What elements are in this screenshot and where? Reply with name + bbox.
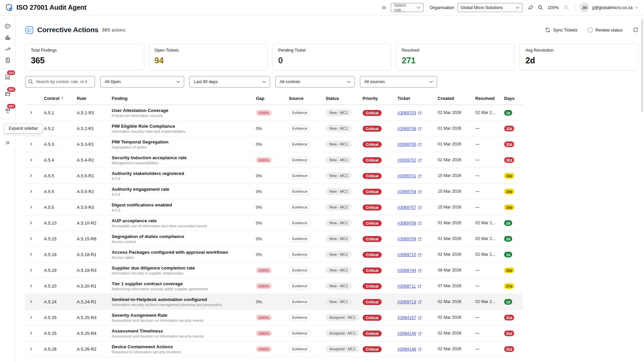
expand-row-icon[interactable] [29,347,33,351]
search-input[interactable] [25,76,95,87]
table-row[interactable]: A.5.26 A.5.26-R2 Device Containment Acti… [25,341,523,357]
column-header-resolved[interactable]: Resolved [475,96,504,101]
sidebar-item-bar-chart[interactable] [0,32,15,43]
column-header-source[interactable]: Source [289,96,326,101]
external-link-icon [418,237,422,241]
sidebar-nav: 113302197 [0,20,15,122]
table-row[interactable]: A.5.1 A.5.1-R3 User Attestation Coverage… [25,105,523,121]
sidebar-item-folder[interactable]: 302 [0,88,15,99]
ticket-link[interactable]: #3069708 [397,221,422,226]
expand-row-icon[interactable] [29,284,33,288]
table-row[interactable]: A.5.25 A.5.25-R4 Assessment Timeliness A… [25,325,523,341]
table-row[interactable]: A.5.25 A.5.25-R3 Severity Assignment Rat… [25,310,523,325]
expand-row-icon[interactable] [29,268,33,272]
sidebar-item-chat[interactable] [0,20,15,32]
priority-badge: Critical [363,189,382,195]
table-row[interactable]: A.5.15 A.5.15-R6 Segregation of duties c… [25,231,523,247]
ticket-link[interactable]: #3069705 [397,142,422,147]
ticket-link[interactable]: #3069713 [397,300,422,304]
sidebar-item-scale[interactable]: 197 [0,105,15,116]
status-badge: New - MC1 [326,298,352,305]
ticket-number: #3069744 [397,268,416,273]
clipboard-icon [4,57,11,64]
ticket-link[interactable]: #3069702 [397,158,422,163]
stats-row: Total Findings 365 Open Tickets 94 Pendi… [25,44,639,70]
row-rule: A.5.25-R3 [77,315,112,320]
external-link-icon [418,206,422,209]
expand-row-icon[interactable] [29,111,33,115]
review-status-toggle[interactable]: Review status [588,27,623,33]
expand-row-icon[interactable] [29,221,33,225]
expand-row-icon[interactable] [29,237,33,241]
expand-sidebar-button[interactable] [0,137,15,148]
table-row[interactable]: A.5.5 A.5.5-R2 Authority engagement rate… [25,184,523,199]
external-link-icon [418,127,422,131]
table-row[interactable]: A.5.24 A.5.24-R1 Sentinel-to-Helpdesk au… [25,294,523,310]
expand-row-icon[interactable] [29,158,33,162]
refresh-button[interactable] [633,27,639,33]
ticket-link[interactable]: #3069704 [397,189,422,194]
filter-select-all-open[interactable]: All Open [100,76,184,87]
expand-row-icon[interactable] [29,205,33,209]
scrollbar-thumb[interactable] [641,19,643,112]
column-header-days[interactable]: Days [504,96,523,101]
filter-select-last-90-days[interactable]: Last 90 days [190,76,270,87]
filter-select-all-sources[interactable]: All sources [360,76,437,87]
expand-row-icon[interactable] [29,142,33,146]
table-row[interactable]: A.5.5 A.5.5-R1 Authority stakeholders re… [25,168,523,184]
ticket-number: #3069709 [397,237,416,241]
days-badge: 26d [504,267,514,273]
table-row[interactable]: A.5.3 A.5.3-R1 PIM Temporal Segregation … [25,136,523,152]
table-row[interactable]: A.5.2 A.5.2-R1 PIM Eligible Role Complia… [25,121,523,136]
user-menu[interactable]: JM jj@globalmicro.co.za [580,3,638,12]
expand-row-icon[interactable] [29,174,33,178]
sync-tickets-button[interactable]: Sync Tickets [545,27,578,33]
external-link-icon [418,253,422,257]
sidebar-item-document-search[interactable]: 113 [0,71,15,82]
column-header-priority[interactable]: Priority [363,96,397,101]
ticket-link[interactable]: #3069709 [397,237,422,241]
table-row[interactable]: A.5.5 A.5.5-R3 Digest notifications enab… [25,199,523,215]
expand-row-icon[interactable] [29,189,33,193]
pin-icon[interactable] [527,4,534,11]
table-row[interactable]: A.5.18 A.5.18-R1 Access Packages configu… [25,247,523,262]
ticket-link[interactable]: #3069711 [397,284,421,289]
column-header-status[interactable]: Status [326,96,363,101]
ticket-link[interactable]: #3064149 [397,331,422,336]
sidebar-item-clipboard[interactable] [0,55,15,66]
ticket-link[interactable]: #3069744 [397,268,422,273]
ticket-link[interactable]: #3069701 [397,174,422,178]
role-select[interactable]: Select role... [391,3,424,12]
expand-row-icon[interactable] [29,252,33,256]
column-header-finding[interactable]: Finding [112,96,256,101]
organisation-select[interactable]: Global Micro Solutions [458,3,523,12]
ticket-link[interactable]: #3069710 [397,252,422,257]
days-badge: 1d [504,110,512,116]
expand-row-icon[interactable] [29,315,33,319]
table-row[interactable]: A.5.19 A.5.19-R3 Supplier due diligence … [25,262,523,278]
source-badge: Evidence [289,283,311,289]
row-rule: A.5.5-R2 [77,189,112,194]
ticket-link[interactable]: #3069706 [397,126,422,131]
ticket-link[interactable]: #3064146 [397,347,422,352]
table-row[interactable]: A.5.20 A.5.20-R1 Tier 1 supplier contrac… [25,278,523,294]
ticket-link[interactable]: #3064157 [397,315,422,320]
expand-row-icon[interactable] [29,300,33,304]
zoom-out-icon[interactable] [537,4,544,11]
column-header-created[interactable]: Created [438,96,475,101]
table-row[interactable]: A.5.4 A.5.4-R2 Security Induction accept… [25,152,523,168]
ticket-link[interactable]: #3069703 [397,111,422,115]
ticket-number: #3069705 [397,142,416,147]
filter-select-all-controls[interactable]: All controls [275,76,355,87]
column-header-ticket[interactable]: Ticket [397,96,438,101]
sidebar-item-trend[interactable] [0,43,15,54]
ticket-link[interactable]: #3069707 [397,205,422,210]
status-badge: New - MC1 [326,235,352,242]
table-row[interactable]: A.5.10 A.5.10-R2 AUP acceptance rate Acc… [25,215,523,231]
column-header-gap[interactable]: Gap [256,96,289,101]
row-resolved: — [475,331,504,336]
column-header-rule[interactable]: Rule [77,96,112,101]
expand-row-icon[interactable] [29,331,33,335]
column-header-control[interactable]: Control [37,96,77,101]
external-link-icon [418,269,422,273]
